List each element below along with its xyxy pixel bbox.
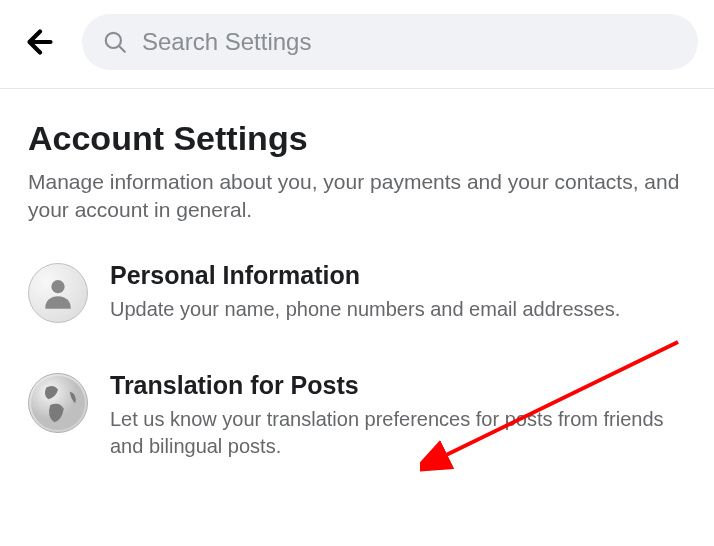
setting-text: Translation for Posts Let us know your t… — [110, 371, 686, 460]
setting-item-personal-information[interactable]: Personal Information Update your name, p… — [28, 261, 686, 323]
svg-point-3 — [31, 376, 85, 430]
content: Account Settings Manage information abou… — [0, 89, 714, 460]
setting-title: Personal Information — [110, 261, 686, 290]
page-title: Account Settings — [28, 119, 686, 158]
setting-title: Translation for Posts — [110, 371, 686, 400]
search-icon — [102, 29, 128, 55]
search-bar[interactable] — [82, 14, 698, 70]
setting-description: Update your name, phone numbers and emai… — [110, 296, 686, 323]
back-button[interactable] — [16, 18, 64, 66]
search-input[interactable] — [142, 28, 678, 56]
arrow-left-icon — [22, 24, 58, 60]
header — [0, 0, 714, 84]
setting-text: Personal Information Update your name, p… — [110, 261, 686, 323]
svg-point-2 — [51, 280, 64, 293]
person-icon — [28, 263, 88, 323]
setting-item-translation-for-posts[interactable]: Translation for Posts Let us know your t… — [28, 371, 686, 460]
page-subtitle: Manage information about you, your payme… — [28, 168, 686, 225]
globe-icon — [28, 373, 88, 433]
svg-line-1 — [119, 46, 124, 51]
setting-description: Let us know your translation preferences… — [110, 406, 686, 460]
